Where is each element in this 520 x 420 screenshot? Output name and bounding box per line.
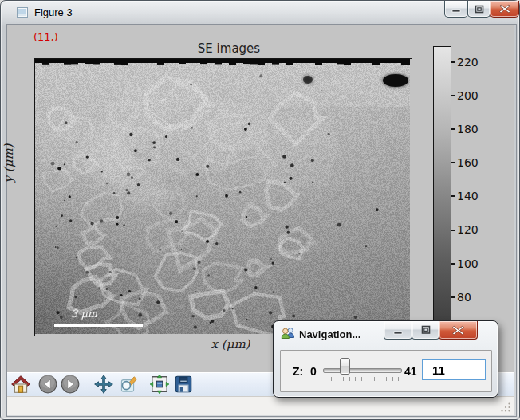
nav-minimize-button[interactable] [384, 321, 412, 340]
resize-grip[interactable] [501, 402, 511, 413]
navigation-panel: Z: 0 41 [280, 350, 492, 392]
maximize-icon [475, 5, 484, 14]
back-icon [37, 374, 58, 394]
z-slider-handle[interactable] [340, 358, 350, 375]
forward-button[interactable] [60, 374, 81, 394]
window-title: Figure 3 [34, 6, 73, 18]
colorbar-tick [451, 195, 455, 197]
colorbar-label: 80 [457, 290, 471, 304]
nav-maximize-icon [421, 325, 431, 335]
sem-image[interactable]: 3 μm [34, 58, 412, 336]
minimize-icon [451, 5, 462, 13]
plot-title: SE images [167, 41, 291, 56]
back-button[interactable] [37, 374, 58, 394]
maximize-button[interactable] [467, 1, 490, 18]
colorbar-label: 180 [457, 122, 479, 136]
z-value-input[interactable] [422, 359, 486, 380]
z-slider-ticks [325, 377, 400, 381]
colorbar [433, 46, 451, 331]
pan-button[interactable] [93, 374, 114, 394]
navigation-title-bar[interactable]: Navigation... [274, 321, 498, 347]
colorbar-tick [451, 263, 455, 265]
colorbar-tick [451, 162, 455, 163]
navigation-dialog: Navigation... Z: 0 41 [273, 320, 498, 398]
save-icon [173, 374, 194, 394]
colorbar-label: 200 [457, 88, 479, 103]
scalebar-line [54, 324, 143, 327]
z-slider-track[interactable] [323, 368, 402, 373]
y-axis-label: y (μm) [2, 144, 16, 183]
colorbar-label: 100 [457, 257, 479, 271]
title-bar[interactable]: Figure 3 [1, 1, 520, 25]
app-icon [17, 6, 29, 18]
z-label: Z: [293, 365, 303, 378]
close-icon [499, 4, 510, 14]
pan-icon [93, 374, 114, 394]
zoom-to-rect-icon [117, 374, 138, 394]
scalebar-label: 3 μm [71, 308, 97, 320]
navigation-title: Navigation... [299, 328, 360, 340]
colorbar-label: 140 [457, 189, 479, 203]
slider-min-label: 0 [310, 365, 317, 378]
slice-annotation: (11,) [33, 31, 58, 43]
colorbar-tick [451, 230, 455, 231]
forward-icon [60, 374, 81, 394]
home-button[interactable] [10, 374, 31, 394]
nav-maximize-button[interactable] [412, 321, 439, 340]
nav-close-icon [452, 325, 464, 336]
colorbar-tick [451, 61, 455, 63]
zoom-to-rect-button[interactable] [117, 374, 138, 394]
minimize-button[interactable] [444, 1, 468, 18]
configure-subplots-icon [149, 374, 170, 394]
colorbar-label: 160 [457, 155, 479, 170]
colorbar-tick [451, 95, 455, 96]
close-button[interactable] [490, 1, 519, 18]
configure-subplots-button[interactable] [149, 374, 170, 394]
colorbar-label: 120 [457, 222, 479, 237]
colorbar-tick [451, 296, 455, 298]
nav-close-button[interactable] [439, 321, 478, 340]
slider-max-label: 41 [404, 365, 417, 378]
colorbar-label: 220 [457, 55, 479, 69]
users-icon [281, 327, 295, 340]
x-axis-label: x (μm) [175, 337, 286, 351]
colorbar-tick [451, 128, 455, 130]
sem-image-canvas [35, 59, 410, 334]
save-button[interactable] [173, 374, 194, 394]
status-bar [7, 396, 514, 415]
nav-minimize-icon [393, 326, 404, 335]
home-icon [10, 374, 31, 394]
